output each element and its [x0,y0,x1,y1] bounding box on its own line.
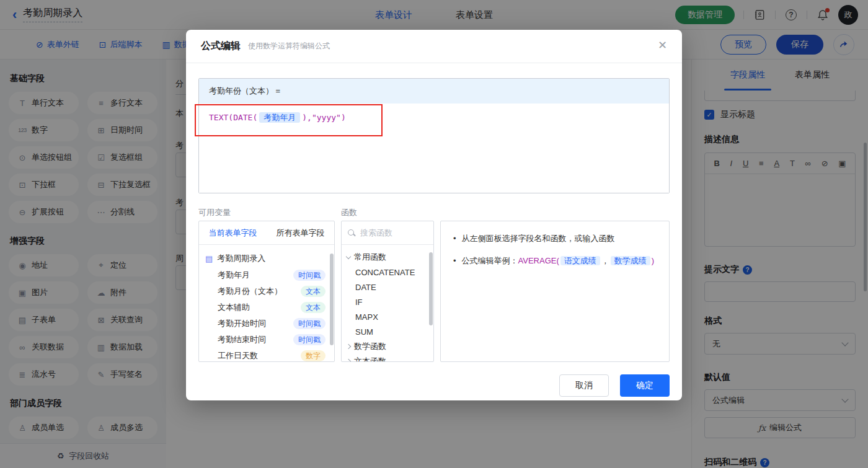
function-group-math[interactable]: 数学函数 [342,339,433,354]
function-group-text[interactable]: 文本函数 [342,354,433,362]
variables-tree: ▤ 考勤周期录入 考勤年月 时间戳 考勤月份（文本） 文本 文本辅助 [199,245,334,362]
confirm-button[interactable]: 确定 [620,374,670,397]
function-item-mapx[interactable]: MAPX [342,309,433,324]
tab-all-form-fields[interactable]: 所有表单字段 [267,227,334,239]
formula-code-pre: TEXT(DATE( [209,113,257,122]
functions-scrollbar[interactable] [429,252,433,325]
function-group-label: 常用函数 [354,252,386,263]
bullet-icon: • [453,232,456,245]
variable-type-badge: 文本 [301,286,326,297]
formula-editor[interactable]: TEXT(DATE(考勤年月),"yyyy") [199,104,669,193]
tip-example-suffix: ) [652,256,654,265]
variable-type-badge: 文本 [301,302,326,313]
formula-field-chip[interactable]: 考勤年月 [259,112,300,123]
chevron-down-icon [346,254,351,258]
bullet-icon: • [453,255,456,267]
tip-example-sep: ， [601,256,609,265]
variable-name: 考勤年月 [218,270,250,281]
formula-box: 考勤年份（文本） = TEXT(DATE(考勤年月),"yyyy") [198,78,670,193]
variable-type-badge: 时间戳 [293,318,326,329]
function-group-label: 数学函数 [354,341,386,352]
tip-field-chip: 语文成绩 [560,256,600,265]
functions-label: 函数 [341,207,357,218]
modal-header: 公式编辑 使用数学运算符编辑公式 ✕ [186,30,682,63]
functions-tree: 常用函数 CONCATENATE DATE IF MAPX SUM 数学函数 [342,245,433,362]
tips-panel: • 从左侧面板选择字段名和函数，或输入函数 • 公式编辑举例：AVERAGE(语… [440,221,670,362]
variable-type-badge: 时间戳 [293,334,326,345]
tip-line-2: • 公式编辑举例：AVERAGE(语文成绩，数学成绩) [453,255,657,267]
modal-title: 公式编辑 [201,40,241,53]
function-item-if[interactable]: IF [342,294,433,309]
modal-subtitle: 使用数学运算符编辑公式 [248,41,330,51]
function-item-sum[interactable]: SUM [342,324,433,339]
panel-labels: 可用变量 函数 [198,202,670,221]
function-item-date[interactable]: DATE [342,280,433,294]
close-icon[interactable]: ✕ [658,40,667,51]
function-search[interactable]: 搜索函数 [342,221,433,245]
app-screen: ‹ 考勤周期录入 表单设计 表单设置 数据管理 ? 政 [0,0,868,468]
chevron-right-icon [346,344,351,349]
function-group-label: 文本函数 [354,356,386,362]
functions-panel: 搜索函数 常用函数 CONCATENATE DATE IF MAPX SUM [341,221,434,362]
formula-target: 考勤年份（文本） = [199,79,669,104]
variable-row[interactable]: 工作日天数 数字 [199,348,334,362]
chevron-right-icon [346,359,351,362]
variable-row[interactable]: 考勤开始时间 时间戳 [199,316,334,332]
variable-row[interactable]: 考勤年月 时间戳 [199,267,334,283]
cancel-button[interactable]: 取消 [559,374,609,397]
formula-editor-modal: 公式编辑 使用数学运算符编辑公式 ✕ 考勤年份（文本） = TEXT(DATE(… [186,30,682,400]
variable-row[interactable]: 考勤结束时间 时间戳 [199,332,334,348]
tip-field-chip: 数学成绩 [611,256,650,265]
variables-tabs: 当前表单字段 所有表单字段 [199,221,334,245]
variable-type-badge: 时间戳 [293,270,326,281]
variables-root[interactable]: ▤ 考勤周期录入 [199,250,334,267]
tip-example-fn: AVERAGE( [518,256,559,265]
panels-row: 当前表单字段 所有表单字段 ▤ 考勤周期录入 考勤年月 时间戳 [198,221,670,362]
search-placeholder: 搜索函数 [360,227,392,239]
variables-root-label: 考勤周期录入 [217,253,265,264]
formula-code-post: ),"yyyy") [302,113,345,122]
variable-name: 考勤开始时间 [218,318,266,329]
variable-name: 文本辅助 [218,302,250,313]
tip-line-1: • 从左侧面板选择字段名和函数，或输入函数 [453,232,657,245]
modal-footer: 取消 确定 [198,374,670,397]
form-doc-icon: ▤ [205,254,213,263]
tip-example: 公式编辑举例：AVERAGE(语文成绩，数学成绩) [462,255,655,267]
variable-row[interactable]: 考勤月份（文本） 文本 [199,283,334,299]
variable-name: 考勤结束时间 [218,334,266,345]
modal-body: 考勤年份（文本） = TEXT(DATE(考勤年月),"yyyy") 可用变量 … [186,63,682,397]
variables-panel: 当前表单字段 所有表单字段 ▤ 考勤周期录入 考勤年月 时间戳 [198,221,335,362]
tips-body: • 从左侧面板选择字段名和函数，或输入函数 • 公式编辑举例：AVERAGE(语… [441,221,669,288]
function-group-common[interactable]: 常用函数 [342,250,433,265]
tip-text: 从左侧面板选择字段名和函数，或输入函数 [462,232,615,245]
variable-row[interactable]: 文本辅助 文本 [199,299,334,316]
search-icon [348,229,355,237]
variable-name: 考勤月份（文本） [218,286,282,297]
function-item-concatenate[interactable]: CONCATENATE [342,265,433,280]
tab-current-form-fields[interactable]: 当前表单字段 [199,227,267,239]
variable-type-badge: 数字 [301,350,326,361]
variables-scrollbar[interactable] [330,254,334,345]
tip-example-prefix: 公式编辑举例： [462,256,518,265]
variable-name: 工作日天数 [218,350,258,361]
variables-label: 可用变量 [198,207,231,218]
